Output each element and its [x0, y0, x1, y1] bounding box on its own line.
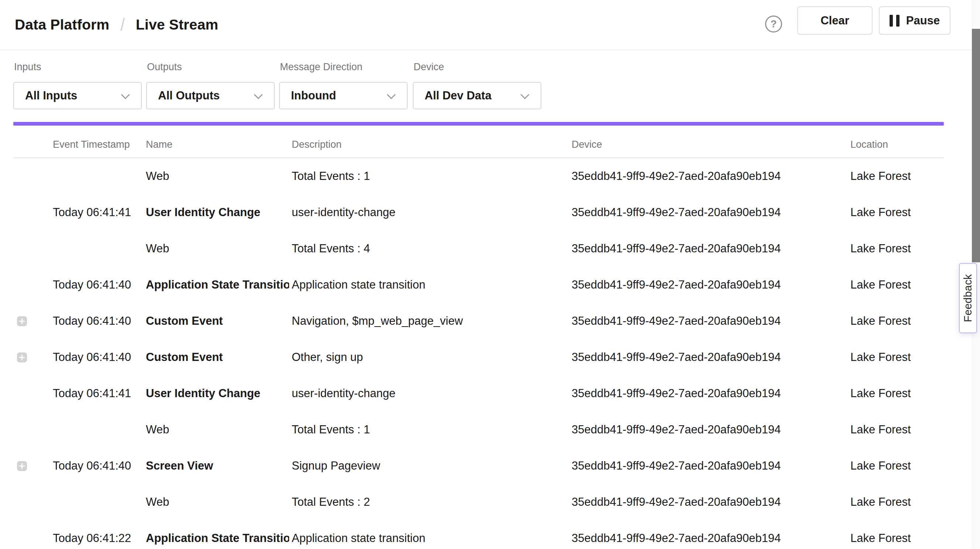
event-timestamp-cell: Today 06:41:41 — [53, 375, 143, 412]
description-cell: Total Events : 2 — [292, 484, 569, 520]
scrollbar-thumb[interactable] — [972, 29, 980, 262]
device-dropdown[interactable]: All Dev Data — [413, 82, 541, 109]
table-body: Web Total Events : 1 35eddb41-9ff9-49e2-… — [0, 158, 980, 549]
table-row[interactable]: Today 06:41:40 Custom Event Navigation, … — [0, 303, 980, 339]
description-cell: Navigation, $mp_web_page_view — [292, 303, 569, 339]
feedback-tab-label: Feedback — [962, 274, 974, 322]
pause-icon — [889, 15, 899, 27]
filter-outputs-label: Outputs — [147, 61, 182, 73]
chevron-down-icon — [387, 90, 396, 99]
event-name-cell: Web — [146, 231, 289, 267]
help-button[interactable]: ? — [765, 16, 782, 32]
filter-inputs-label: Inputs — [14, 61, 41, 73]
location-cell: Lake Forest — [850, 448, 945, 484]
breadcrumb: Data Platform / Live Stream — [15, 0, 218, 49]
event-name-cell: Application State Transition — [146, 520, 289, 549]
expand-row-button[interactable] — [17, 316, 27, 326]
description-cell: Application state transition — [292, 267, 569, 303]
column-header-name: Name — [146, 139, 172, 150]
description-cell: Application state transition — [292, 520, 569, 549]
location-cell: Lake Forest — [850, 267, 945, 303]
device-id-cell: 35eddb41-9ff9-49e2-7aed-20afa90eb194 — [572, 267, 848, 303]
description-cell: Total Events : 4 — [292, 231, 569, 267]
device-id-cell: 35eddb41-9ff9-49e2-7aed-20afa90eb194 — [572, 231, 848, 267]
column-header-description: Description — [292, 139, 342, 150]
table-header: Event Timestamp Name Description Device … — [0, 126, 980, 158]
event-timestamp-cell: Today 06:41:40 — [53, 448, 143, 484]
location-cell: Lake Forest — [850, 375, 945, 412]
description-cell: user-identity-change — [292, 375, 569, 412]
device-id-cell: 35eddb41-9ff9-49e2-7aed-20afa90eb194 — [572, 412, 848, 448]
filter-bar: Inputs All Inputs Outputs All Outputs Me… — [0, 50, 980, 122]
event-name-cell: User Identity Change — [146, 375, 289, 412]
event-timestamp-cell: Today 06:41:22 — [53, 520, 143, 549]
description-cell: user-identity-change — [292, 194, 569, 231]
description-cell: Total Events : 1 — [292, 412, 569, 448]
location-cell: Lake Forest — [850, 520, 945, 549]
event-name-cell: Web — [146, 412, 289, 448]
device-id-cell: 35eddb41-9ff9-49e2-7aed-20afa90eb194 — [572, 158, 848, 194]
table-row[interactable]: Web Total Events : 2 35eddb41-9ff9-49e2-… — [0, 484, 980, 520]
filter-device-label: Device — [414, 61, 444, 73]
message-direction-dropdown[interactable]: Inbound — [279, 82, 408, 109]
chevron-down-icon — [520, 90, 529, 99]
table-row[interactable]: Web Total Events : 4 35eddb41-9ff9-49e2-… — [0, 231, 980, 267]
breadcrumb-separator: / — [120, 14, 125, 35]
pause-button[interactable]: Pause — [879, 6, 950, 35]
table-row[interactable]: Web Total Events : 1 35eddb41-9ff9-49e2-… — [0, 412, 980, 448]
device-dropdown-value: All Dev Data — [425, 89, 492, 102]
feedback-tab[interactable]: Feedback — [959, 263, 977, 333]
inputs-dropdown-value: All Inputs — [25, 89, 77, 102]
device-id-cell: 35eddb41-9ff9-49e2-7aed-20afa90eb194 — [572, 484, 848, 520]
live-stream-accent-bar — [13, 122, 944, 126]
column-header-location: Location — [850, 139, 888, 150]
event-name-cell: User Identity Change — [146, 194, 289, 231]
table-row[interactable]: Today 06:41:40 Application State Transit… — [0, 267, 980, 303]
table-row[interactable]: Web Total Events : 1 35eddb41-9ff9-49e2-… — [0, 158, 980, 194]
column-header-event-timestamp: Event Timestamp — [53, 139, 130, 150]
event-timestamp-cell: Today 06:41:41 — [53, 194, 143, 231]
location-cell: Lake Forest — [850, 303, 945, 339]
column-header-device: Device — [572, 139, 602, 150]
expand-row-button[interactable] — [17, 353, 27, 362]
device-id-cell: 35eddb41-9ff9-49e2-7aed-20afa90eb194 — [572, 303, 848, 339]
event-name-cell: Web — [146, 158, 289, 194]
device-id-cell: 35eddb41-9ff9-49e2-7aed-20afa90eb194 — [572, 194, 848, 231]
description-cell: Other, sign up — [292, 339, 569, 375]
device-id-cell: 35eddb41-9ff9-49e2-7aed-20afa90eb194 — [572, 448, 848, 484]
inputs-dropdown[interactable]: All Inputs — [13, 82, 142, 109]
event-name-cell: Custom Event — [146, 339, 289, 375]
page-title: Live Stream — [136, 17, 218, 33]
chevron-down-icon — [121, 90, 130, 99]
event-timestamp-cell: Today 06:41:40 — [53, 303, 143, 339]
breadcrumb-data-platform[interactable]: Data Platform — [15, 17, 109, 33]
event-name-cell: Web — [146, 484, 289, 520]
outputs-dropdown[interactable]: All Outputs — [146, 82, 275, 109]
event-timestamp-cell — [53, 158, 143, 194]
location-cell: Lake Forest — [850, 194, 945, 231]
outputs-dropdown-value: All Outputs — [158, 89, 220, 102]
device-id-cell: 35eddb41-9ff9-49e2-7aed-20afa90eb194 — [572, 520, 848, 549]
table-row[interactable]: Today 06:41:40 Screen View Signup Pagevi… — [0, 448, 980, 484]
pause-button-label: Pause — [906, 14, 940, 27]
table-row[interactable]: Today 06:41:40 Custom Event Other, sign … — [0, 339, 980, 375]
chevron-down-icon — [254, 90, 262, 99]
table-row[interactable]: Today 06:41:41 User Identity Change user… — [0, 194, 980, 231]
location-cell: Lake Forest — [850, 231, 945, 267]
clear-button-label: Clear — [821, 14, 849, 27]
event-timestamp-cell — [53, 231, 143, 267]
event-name-cell: Application State Transition — [146, 267, 289, 303]
description-cell: Signup Pageview — [292, 448, 569, 484]
filter-message-direction-label: Message Direction — [280, 61, 363, 73]
clear-button[interactable]: Clear — [797, 6, 873, 35]
event-timestamp-cell — [53, 412, 143, 448]
location-cell: Lake Forest — [850, 158, 945, 194]
expand-row-button[interactable] — [17, 461, 27, 471]
device-id-cell: 35eddb41-9ff9-49e2-7aed-20afa90eb194 — [572, 339, 848, 375]
table-row[interactable]: Today 06:41:22 Application State Transit… — [0, 520, 980, 549]
page-header: Data Platform / Live Stream ? Clear Paus… — [0, 0, 980, 50]
event-timestamp-cell: Today 06:41:40 — [53, 267, 143, 303]
question-mark-icon: ? — [770, 19, 776, 29]
location-cell: Lake Forest — [850, 412, 945, 448]
table-row[interactable]: Today 06:41:41 User Identity Change user… — [0, 375, 980, 412]
